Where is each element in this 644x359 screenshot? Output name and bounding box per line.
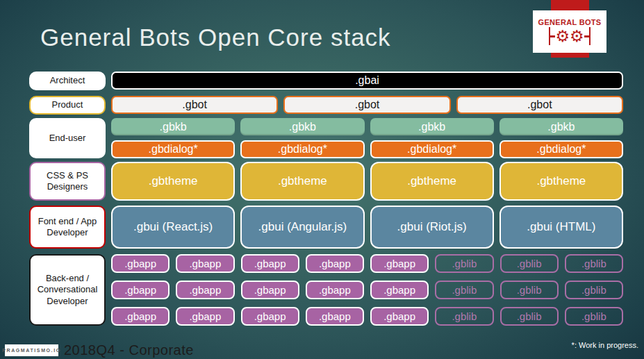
row-dev-3: .gbapp .gbapp .gbapp .gbapp .gbapp .gbli… — [111, 307, 623, 326]
row-gbai: .gbai — [111, 72, 623, 90]
stack-box-gbdialog-2: .gbdialog* — [240, 140, 364, 158]
stack-box-gbtheme-4: .gbtheme — [499, 162, 623, 201]
stack-box-gblib: .gblib — [565, 254, 623, 273]
stack-box-gbkb-1: .gbkb — [111, 118, 235, 135]
stack-box-gbapp: .gbapp — [306, 307, 364, 326]
gear-right-bar — [589, 27, 591, 45]
stack-box-gbapp: .gbapp — [176, 254, 234, 273]
stack-box-gbapp: .gbapp — [370, 307, 429, 326]
row-gbot: .gbot .gbot .gbot — [111, 96, 623, 114]
general-bots-logo: GENERAL BOTS ⚙ ⚙ — [533, 10, 606, 53]
work-in-progress-footnote: *: Work in progress. — [572, 341, 638, 349]
stack-box-gblib: .gblib — [565, 281, 623, 299]
row-gbkb: .gbkb .gbkb .gbkb .gbkb — [111, 118, 623, 135]
row-gbui: .gbui (React.js) .gbui (Angular.js) .gbu… — [111, 206, 623, 249]
pragmatismo-brand-badge: PRAGMATISMO.IO — [5, 344, 58, 356]
stack-box-gbtheme-3: .gbtheme — [370, 162, 494, 201]
stack-box-gbkb-3: .gbkb — [370, 118, 494, 135]
role-label-backend-conversational-developer: Back-end / Conversational Developer — [29, 254, 106, 326]
stack-box-gbapp: .gbapp — [306, 254, 364, 273]
slide: General Bots Open Core stack GENERAL BOT… — [0, 0, 644, 359]
stack-box-gbapp: .gbapp — [111, 254, 170, 273]
row-gbtheme: .gbtheme .gbtheme .gbtheme .gbtheme — [111, 162, 623, 201]
stack-box-gbapp: .gbapp — [241, 281, 299, 299]
stack-box-gblib: .gblib — [500, 281, 559, 299]
stack-box-gbui-html: .gbui (HTML) — [499, 206, 623, 249]
gear-icon: ⚙ — [555, 28, 570, 44]
stack-box-gbapp: .gbapp — [370, 254, 429, 273]
row-gbdialog: .gbdialog* .gbdialog* .gbdialog* .gbdial… — [111, 140, 623, 158]
gears-icon: ⚙ ⚙ — [549, 27, 590, 45]
gear-icon: ⚙ — [570, 28, 584, 44]
stack-box-gbot-1: .gbot — [111, 96, 278, 114]
gear-right-stub — [584, 35, 589, 37]
logo-wordmark: GENERAL BOTS — [538, 18, 602, 26]
page-title: General Bots Open Core stack — [40, 24, 391, 51]
stack-box-gbapp: .gbapp — [111, 307, 170, 326]
stack-box-gbdialog-4: .gbdialog* — [499, 140, 623, 158]
stack-box-gbui-react: .gbui (React.js) — [111, 206, 235, 249]
stack-box-gbai: .gbai — [111, 72, 623, 90]
role-label-architect: Architect — [29, 72, 106, 90]
brand-label: PRAGMATISMO.IO — [2, 348, 61, 353]
stack-box-gbapp: .gbapp — [111, 281, 170, 299]
stack-box-gbot-3: .gbot — [456, 96, 623, 114]
stack-box-gblib: .gblib — [500, 254, 559, 273]
stack-box-gblib: .gblib — [435, 254, 493, 273]
stack-box-gbkb-4: .gbkb — [499, 118, 623, 135]
gear-left-stub — [550, 35, 555, 37]
stack-box-gblib: .gblib — [435, 307, 493, 326]
role-label-product: Product — [29, 96, 106, 115]
stack-box-gbapp: .gbapp — [176, 281, 234, 299]
role-label-frontend-app-developer: Font end / App Developer — [29, 206, 106, 249]
stack-box-gbtheme-1: .gbtheme — [111, 162, 235, 201]
stack-box-gbui-riot: .gbui (Riot.js) — [370, 206, 494, 249]
role-label-css-ps-designers: CSS & PS Designers — [29, 162, 106, 201]
stack-box-gbapp: .gbapp — [241, 254, 299, 273]
row-dev-1: .gbapp .gbapp .gbapp .gbapp .gbapp .gbli… — [111, 254, 623, 273]
row-dev-2: .gbapp .gbapp .gbapp .gbapp .gbapp .gbli… — [111, 281, 623, 299]
stack-box-gbapp: .gbapp — [241, 307, 299, 326]
stack-box-gbdialog-3: .gbdialog* — [370, 140, 494, 158]
stack-box-gbtheme-2: .gbtheme — [240, 162, 364, 201]
stack-box-gbui-angular: .gbui (Angular.js) — [240, 206, 364, 249]
stack-box-gblib: .gblib — [435, 281, 493, 299]
stack-box-gbapp: .gbapp — [176, 307, 234, 326]
stack-box-gbapp: .gbapp — [306, 281, 364, 299]
stack-box-gbot-2: .gbot — [283, 96, 450, 114]
stack-box-gbkb-2: .gbkb — [240, 118, 364, 135]
stack-box-gblib: .gblib — [565, 307, 623, 326]
stack-box-gblib: .gblib — [500, 307, 559, 326]
role-label-end-user: End-user — [29, 118, 106, 158]
footer-caption: 2018Q4 - Corporate — [64, 342, 194, 358]
stack-box-gbapp: .gbapp — [370, 281, 429, 299]
stack-box-gbdialog-1: .gbdialog* — [111, 140, 235, 158]
